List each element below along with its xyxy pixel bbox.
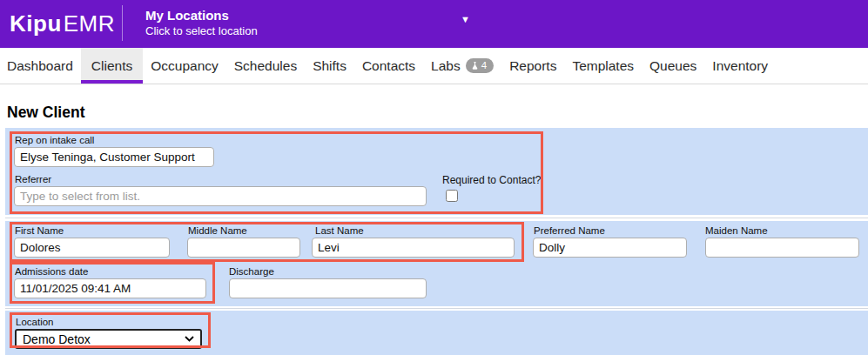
maiden-name-label: Maiden Name bbox=[705, 225, 768, 236]
tab-reports[interactable]: Reports bbox=[501, 48, 564, 84]
flask-icon bbox=[471, 61, 479, 70]
tab-shifts[interactable]: Shifts bbox=[305, 48, 354, 84]
location-selector[interactable]: My Locations Click to select location bbox=[145, 7, 258, 38]
page-title: New Client bbox=[7, 104, 84, 122]
rep-on-intake-call-input[interactable] bbox=[14, 147, 214, 167]
header-divider bbox=[122, 5, 123, 41]
location-select[interactable]: Demo Detox bbox=[15, 329, 202, 349]
tab-dashboard[interactable]: Dashboard bbox=[7, 48, 81, 84]
last-name-label: Last Name bbox=[315, 225, 364, 236]
location-label: Location bbox=[16, 317, 53, 327]
tab-labs[interactable]: Labs 4 bbox=[423, 48, 501, 84]
tab-occupancy-label: Occupancy bbox=[151, 58, 219, 74]
tab-templates-label: Templates bbox=[572, 58, 634, 74]
tab-shifts-label: Shifts bbox=[313, 58, 347, 74]
location-selector-title: My Locations bbox=[145, 7, 258, 23]
section-divider bbox=[5, 218, 868, 218]
rep-on-intake-call-label: Rep on intake call bbox=[15, 135, 94, 145]
main-nav: Dashboard Clients Occupancy Schedules Sh… bbox=[0, 48, 868, 84]
tab-labs-label: Labs bbox=[431, 58, 461, 74]
tab-occupancy[interactable]: Occupancy bbox=[143, 48, 226, 84]
tab-schedules-label: Schedules bbox=[234, 58, 297, 74]
tab-contacts[interactable]: Contacts bbox=[354, 48, 423, 84]
kipu-emr-logo: KipuEMR bbox=[10, 10, 115, 37]
first-name-label: First Name bbox=[15, 225, 64, 236]
referrer-label: Referrer bbox=[15, 174, 51, 184]
preferred-name-input[interactable] bbox=[533, 238, 687, 258]
tab-inventory[interactable]: Inventory bbox=[704, 48, 776, 84]
tab-queues[interactable]: Queues bbox=[642, 48, 704, 84]
location-select-value: Demo Detox bbox=[23, 332, 91, 346]
tab-queues-label: Queues bbox=[649, 58, 696, 74]
admissions-date-input[interactable] bbox=[14, 278, 206, 298]
middle-name-label: Middle Name bbox=[188, 225, 247, 236]
required-to-contact-checkbox[interactable] bbox=[446, 190, 458, 202]
tab-contacts-label: Contacts bbox=[362, 58, 415, 74]
labs-count-badge: 4 bbox=[466, 58, 494, 73]
discharge-label: Discharge bbox=[229, 266, 274, 277]
tab-dashboard-label: Dashboard bbox=[7, 58, 73, 74]
referrer-input[interactable] bbox=[14, 186, 427, 206]
tab-inventory-label: Inventory bbox=[712, 58, 768, 74]
middle-name-input[interactable] bbox=[187, 238, 300, 258]
section-divider bbox=[5, 308, 868, 309]
maiden-name-input[interactable] bbox=[705, 238, 859, 258]
chevron-down-icon bbox=[185, 336, 194, 342]
logo-kipu: Kipu bbox=[10, 10, 62, 37]
tab-reports-label: Reports bbox=[509, 58, 556, 74]
discharge-input[interactable] bbox=[229, 278, 427, 298]
first-name-input[interactable] bbox=[14, 238, 170, 258]
admissions-date-label: Admissions date bbox=[15, 266, 88, 277]
logo-emr: EMR bbox=[64, 10, 115, 37]
location-selector-subtitle: Click to select location bbox=[145, 23, 258, 38]
last-name-input[interactable] bbox=[312, 238, 515, 258]
tab-schedules[interactable]: Schedules bbox=[226, 48, 305, 84]
kipu-emr-app: KipuEMR My Locations Click to select loc… bbox=[0, 0, 868, 355]
chevron-down-icon[interactable]: ▼ bbox=[461, 14, 470, 24]
labs-badge-count: 4 bbox=[481, 61, 487, 71]
tab-clients-label: Clients bbox=[91, 58, 132, 74]
nav-list: Dashboard Clients Occupancy Schedules Sh… bbox=[0, 48, 868, 84]
tab-clients[interactable]: Clients bbox=[81, 48, 143, 84]
required-to-contact-label: Required to Contact? bbox=[442, 174, 541, 186]
preferred-name-label: Preferred Name bbox=[534, 225, 605, 236]
app-header: KipuEMR My Locations Click to select loc… bbox=[0, 0, 868, 48]
tab-templates[interactable]: Templates bbox=[564, 48, 642, 84]
